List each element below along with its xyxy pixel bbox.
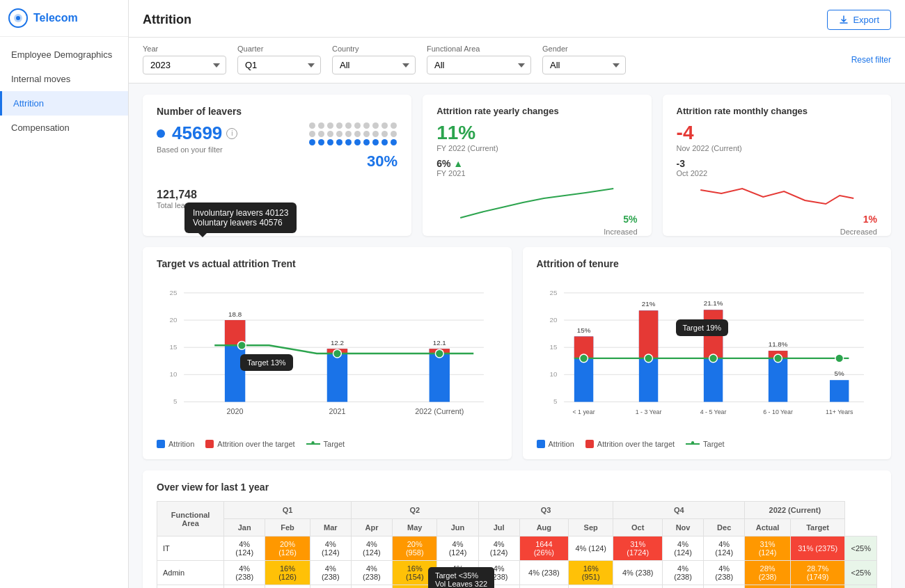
svg-point-34	[579, 354, 588, 363]
page-title: Attrition	[143, 13, 191, 27]
filter-country: Country All	[332, 45, 416, 74]
functional-area-select[interactable]: All	[427, 56, 531, 74]
cell-admin-nov: 4% (238)	[663, 561, 704, 585]
attrition-monthly-main: -4	[677, 122, 877, 144]
export-button[interactable]: Export	[827, 10, 891, 30]
cell-it-mar: 4% (124)	[310, 537, 351, 561]
leavers-percent: 30%	[367, 152, 398, 170]
svg-text:11.8%: 11.8%	[768, 340, 787, 348]
col-jan: Jan	[224, 519, 265, 537]
tenure-svg: 25 20 15 10 5 15% 21%	[537, 278, 878, 431]
attrition-monthly-prev: -3	[677, 158, 685, 169]
col-dec: Dec	[704, 519, 745, 537]
leavers-total: 121,748	[157, 189, 237, 201]
svg-text:15%: 15%	[576, 326, 590, 334]
monthly-end-label: Decreased	[840, 228, 877, 236]
col-apr: Apr	[351, 519, 392, 537]
leavers-card: Number of leavers 45699 i Based on your …	[143, 95, 411, 236]
cell-admin-apr: 4% (238)	[351, 561, 392, 585]
legend-attrition-dot	[157, 440, 165, 448]
svg-point-37	[773, 354, 782, 363]
legend-over-target-dot	[205, 440, 214, 448]
export-icon	[839, 15, 849, 25]
svg-text:2022 (Current): 2022 (Current)	[415, 407, 464, 415]
attrition-monthly-card: Attrition rate monthly changes -4 Nov 20…	[663, 95, 891, 236]
svg-text:2020: 2020	[227, 407, 244, 415]
tenure-chart-title: Attrition of tenure	[537, 258, 878, 269]
voluntary-leavers-text: Voluntary leavers 40576	[193, 218, 288, 228]
svg-text:21%: 21%	[641, 300, 655, 308]
sidebar-item-employee-demographics[interactable]: Employee Demographics	[0, 42, 128, 67]
monthly-end-value: 1%	[863, 214, 877, 225]
col-aug: Aug	[519, 519, 568, 537]
cell-auto-current: 23% (454)	[790, 585, 845, 589]
col-sep: Sep	[568, 519, 613, 537]
tenure-chart-tooltip: Target 19%	[676, 319, 729, 336]
cell-it-apr: 4% (124)	[351, 537, 392, 561]
cell-auto-oct: 3% (157)	[613, 585, 663, 589]
info-icon[interactable]: i	[226, 128, 237, 139]
attrition-yearly-card: Attrition rate yearly changes 11% FY 202…	[423, 95, 651, 236]
cell-it-target: <25%	[845, 537, 877, 561]
table-row: IT 4% (124) 20% (126) 4% (124) 4% (124) …	[157, 537, 877, 561]
app-logo-icon	[8, 8, 28, 28]
app-name: Telecom	[33, 12, 78, 24]
tenure-legend-attrition-dot	[537, 440, 545, 448]
quarter-label: Quarter	[237, 45, 321, 53]
area-admin: Admin	[157, 561, 224, 585]
svg-point-2	[16, 16, 20, 20]
target-chart-tooltip: Target 13%	[240, 354, 293, 371]
kpi-row: Number of leavers 45699 i Based on your …	[143, 95, 891, 236]
target-dot-2022	[435, 349, 443, 358]
legend-over-target: Attrition over the target	[205, 440, 294, 448]
svg-text:5: 5	[173, 397, 178, 405]
table-row: Admin 4% (238) 16% (126) 4% (238) 4% (23…	[157, 561, 877, 585]
tenure-legend-over-dot	[585, 440, 594, 448]
col-functional-area: Functional Area	[157, 502, 224, 537]
cell-auto-aug: 3% (157)	[519, 585, 568, 589]
cell-it-dec: 4% (124)	[704, 537, 745, 561]
leavers-subtitle: Based on your filter	[157, 145, 237, 154]
filter-gender: Gender All	[542, 45, 626, 74]
cell-it-jan: 4% (124)	[224, 537, 265, 561]
table-tooltip: Target <35% Vol Leaves 322	[428, 567, 494, 588]
year-select[interactable]: 2023	[143, 56, 226, 74]
year-label: Year	[143, 45, 226, 53]
cell-auto-target: <21%	[845, 585, 877, 589]
attrition-monthly-period: Nov 2022 (Current)	[677, 144, 877, 152]
tenure-chart-legend: Attrition Attrition over the target Targ…	[537, 440, 878, 448]
table-tooltip-target: Target <35%	[435, 571, 487, 580]
cell-auto-jan: 3% (157)	[224, 585, 265, 589]
cell-it-jun: 4% (124)	[437, 537, 478, 561]
quarter-select[interactable]: Q1	[237, 56, 321, 74]
cell-auto-sep: 3% (157)	[568, 585, 613, 589]
cell-it-sep: 4% (124)	[568, 537, 613, 561]
yearly-chart: 5% Increased	[436, 183, 637, 225]
reset-filter-link[interactable]: Reset filter	[851, 55, 891, 65]
col-target: Target	[790, 519, 845, 537]
leavers-number: 45699	[172, 122, 222, 144]
tenure-legend-over-target: Attrition over the target	[585, 440, 675, 448]
sidebar-item-compensation[interactable]: Compensation	[0, 116, 128, 140]
svg-text:11+ Years: 11+ Years	[825, 408, 853, 415]
filter-year: Year 2023	[143, 45, 226, 74]
cell-auto-nov: 3% (157)	[663, 585, 704, 589]
svg-text:< 1 year: < 1 year	[572, 408, 595, 415]
dots-grid	[309, 122, 398, 145]
bar-11plus-attrition	[829, 380, 848, 402]
cell-admin-aug: 4% (238)	[519, 561, 568, 585]
attrition-yearly-title: Attrition rate yearly changes	[436, 106, 637, 116]
svg-text:20: 20	[169, 316, 177, 324]
gender-select[interactable]: All	[542, 56, 626, 74]
svg-text:21.1%: 21.1%	[703, 299, 723, 307]
country-select[interactable]: All	[332, 56, 416, 74]
legend-target-line	[306, 443, 320, 445]
attrition-monthly-prev-period: Oct 2022	[677, 169, 877, 177]
tenure-legend-target-line	[686, 443, 700, 445]
cell-it-actual: 31% (124)	[745, 537, 791, 561]
cell-it-nov: 4% (124)	[663, 537, 704, 561]
sidebar-item-attrition[interactable]: Attrition	[0, 91, 128, 116]
yearly-end-label: Increased	[604, 228, 637, 236]
sidebar-item-internal-moves[interactable]: Internal moves	[0, 67, 128, 91]
filter-quarter: Quarter Q1	[237, 45, 321, 74]
